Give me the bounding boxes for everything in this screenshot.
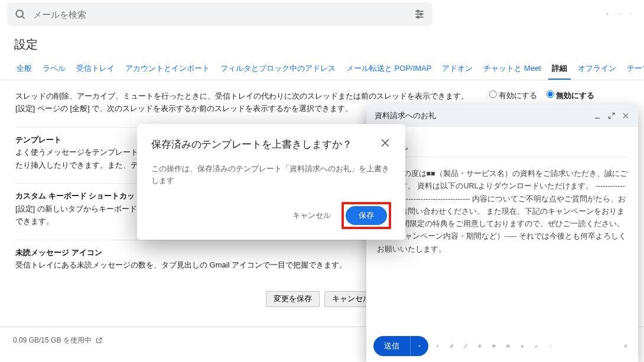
emoji-icon[interactable] — [474, 341, 485, 351]
link-icon[interactable] — [460, 341, 471, 351]
svg-rect-28 — [522, 346, 523, 347]
svg-point-18 — [631, 15, 632, 15]
svg-point-31 — [551, 347, 551, 347]
minimize-icon[interactable] — [593, 112, 601, 120]
compose-text[interactable]: ●●様 この度は■■（製品・サービス名）の資料をご請求いただき、誠にございます。… — [377, 168, 627, 256]
gear-icon[interactable] — [613, 8, 625, 20]
text-color-icon[interactable] — [432, 341, 443, 351]
svg-line-1 — [22, 17, 25, 19]
svg-point-30 — [551, 346, 551, 347]
tune-icon[interactable] — [414, 8, 425, 20]
pen-icon[interactable] — [531, 341, 542, 351]
dialog-body: この操作は、保存済みのテンプレート「資料請求へのお礼」を上書きします — [151, 163, 391, 187]
dialog-actions: キャンセル 保存 — [151, 202, 391, 229]
send-group: 送信 — [373, 336, 428, 356]
settings-tabs: 全般 ラベル 受信トレイ アカウントとインポート フィルタとブロック中のアドレス… — [0, 58, 644, 80]
compose-body[interactable]: へのお礼 ●●様 この度は■■（製品・サービス名）の資料をご請求いただき、誠にご… — [366, 127, 638, 330]
tab-offline[interactable]: オフライン — [574, 58, 620, 80]
svg-point-0 — [16, 10, 23, 17]
svg-point-19 — [632, 15, 632, 15]
dialog-title: 保存済みのテンプレートを上書きしますか？ — [151, 137, 379, 152]
tab-advanced[interactable]: 詳細 — [548, 58, 571, 80]
svg-point-12 — [631, 14, 632, 14]
save-changes-button[interactable]: 変更を保存 — [266, 291, 320, 307]
radio-enable[interactable]: 有効にする — [489, 92, 537, 100]
overwrite-template-dialog: 保存済みのテンプレートを上書きしますか？ この操作は、保存済みのテンプレート「資… — [137, 124, 405, 240]
svg-point-6 — [420, 13, 422, 15]
chevron-down-icon — [417, 343, 422, 349]
close-icon[interactable] — [622, 112, 630, 120]
tab-accounts[interactable]: アカウントとインポート — [122, 58, 213, 80]
close-icon[interactable] — [379, 137, 391, 149]
attach-icon[interactable] — [446, 341, 457, 351]
tab-inbox[interactable]: 受信トレイ — [73, 58, 118, 80]
image-icon[interactable] — [503, 341, 513, 351]
apps-icon[interactable] — [625, 8, 637, 20]
search-input[interactable] — [33, 9, 414, 19]
compose-subject[interactable]: へのお礼 — [377, 138, 627, 157]
search-icon — [14, 8, 26, 20]
svg-point-24 — [479, 345, 480, 346]
compose-title: 資料請求へのお礼 — [375, 110, 587, 121]
more-icon[interactable] — [545, 341, 556, 351]
tab-chat[interactable]: チャットと Meet — [480, 58, 545, 80]
search-box[interactable] — [7, 2, 432, 26]
send-button[interactable]: 送信 — [373, 336, 410, 356]
tab-theme[interactable]: テーマ — [623, 58, 644, 80]
svg-point-29 — [551, 345, 551, 345]
send-dropdown[interactable] — [410, 336, 428, 356]
cancel-button[interactable]: キャンセル — [292, 210, 331, 221]
tab-addons[interactable]: アドオン — [438, 58, 476, 80]
svg-point-25 — [480, 345, 481, 346]
tab-filters[interactable]: フィルタとブロック中のアドレス — [217, 58, 339, 80]
help-icon[interactable] — [601, 8, 613, 20]
setting-desc: 受信トレイにある未読メッセージの数を、タブ見出しの Gmail アイコンで一目で… — [15, 260, 347, 269]
svg-point-7 — [417, 16, 419, 18]
save-button[interactable]: 保存 — [346, 206, 387, 225]
compose-window: 資料請求へのお礼 へのお礼 ●●様 この度は■■（製品・サービス名）の資料をご請… — [366, 105, 638, 362]
svg-point-5 — [417, 10, 419, 12]
compose-toolbar: 送信 — [366, 330, 638, 362]
trash-icon[interactable] — [620, 341, 631, 351]
svg-point-15 — [631, 14, 632, 15]
radio-disable[interactable]: 無効にする — [547, 92, 594, 100]
topbar — [0, 0, 644, 28]
storage-text: 0.09 GB/15 GB を使用中 — [13, 335, 92, 345]
svg-point-10 — [619, 14, 620, 15]
tab-general[interactable]: 全般 — [13, 58, 35, 80]
svg-point-11 — [630, 14, 631, 14]
tab-labels[interactable]: ラベル — [39, 58, 69, 80]
compose-header[interactable]: 資料請求へのお礼 — [366, 105, 638, 127]
svg-point-14 — [630, 14, 631, 15]
tab-pop[interactable]: メール転送と POP/IMAP — [343, 58, 435, 80]
lock-icon[interactable] — [517, 341, 528, 351]
svg-point-16 — [632, 14, 632, 15]
fullscreen-icon[interactable] — [607, 112, 616, 120]
open-in-new-icon[interactable] — [95, 337, 103, 344]
svg-point-13 — [632, 14, 632, 14]
svg-point-17 — [630, 15, 631, 15]
svg-point-23 — [479, 345, 482, 348]
page-title: 設定 — [0, 28, 644, 58]
drive-icon[interactable] — [489, 341, 499, 351]
save-button-highlight: 保存 — [341, 202, 391, 229]
